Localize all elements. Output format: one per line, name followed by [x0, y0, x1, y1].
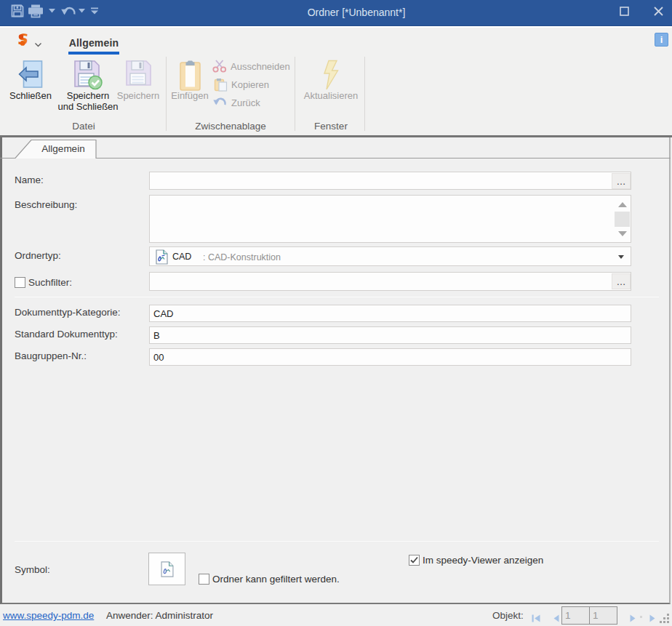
- baugruppen-nr-label: Baugruppen-Nr.:: [15, 350, 87, 361]
- user-label: Anwender: Administrator: [106, 610, 213, 621]
- scroll-up-icon[interactable]: [618, 202, 627, 207]
- ribbon-group-separator: [364, 57, 365, 131]
- close-button[interactable]: [646, 0, 671, 22]
- scrollbar-thumb[interactable]: [615, 212, 630, 227]
- quick-print-button[interactable]: [27, 1, 46, 20]
- window-title: Ordner [*Unbenannt*]: [102, 0, 611, 25]
- name-label: Name:: [15, 174, 44, 185]
- app-window: Ordner [*Unbenannt*] S: [0, 0, 672, 626]
- print-icon: [27, 4, 46, 18]
- customize-quick-access-button[interactable]: [90, 1, 99, 20]
- nav-prev-button[interactable]: [553, 612, 559, 625]
- standard-dokumenttyp-input[interactable]: [149, 326, 631, 344]
- ordnertyp-label: Ordnertyp:: [15, 250, 61, 261]
- ordnertyp-select[interactable]: CAD : CAD-Konstruktion: [149, 246, 631, 266]
- chevron-down-icon: [79, 9, 86, 13]
- ribbon-tab-allgemein[interactable]: Allgemein: [68, 33, 119, 52]
- ribbon-group-label-zwischenablage: Zwischenablage: [191, 121, 271, 132]
- chevron-down-icon: [49, 9, 56, 13]
- name-browse-button[interactable]: …: [612, 173, 631, 189]
- undo-dropdown-button[interactable]: [79, 1, 86, 20]
- beschreibung-textarea[interactable]: [149, 195, 631, 243]
- symbol-label: Symbol:: [15, 564, 50, 575]
- quick-undo-button[interactable]: [61, 1, 77, 20]
- status-bar: www.speedy-pdm.de Anwender: Administrato…: [0, 604, 672, 626]
- objekt-label: Objekt:: [492, 610, 524, 621]
- name-input[interactable]: [149, 172, 631, 190]
- close-window-icon: [18, 60, 43, 89]
- ribbon-group-separator: [295, 57, 295, 131]
- undo-icon: [61, 4, 77, 17]
- viewer-checkbox[interactable]: [409, 555, 420, 566]
- ribbon-button-kopieren[interactable]: Kopieren: [214, 78, 269, 91]
- copy-icon: [214, 78, 228, 92]
- chevron-down-icon: [35, 43, 41, 47]
- dokumenttyp-kategorie-input[interactable]: [149, 305, 631, 322]
- filterable-checkbox[interactable]: [199, 574, 209, 585]
- website-link[interactable]: www.speedy-pdm.de: [3, 610, 94, 621]
- record-current-box[interactable]: 1: [561, 606, 590, 625]
- paste-icon: [179, 60, 201, 92]
- speedy-logo-icon: S: [17, 33, 33, 47]
- suchfilter-browse-button[interactable]: …: [612, 273, 631, 289]
- nav-first-button[interactable]: [532, 612, 540, 625]
- ribbon-button-speichern-und-schliessen[interactable]: Speichern und Schließen: [57, 57, 119, 112]
- quick-save-button[interactable]: [10, 1, 25, 20]
- check-icon: [409, 555, 419, 565]
- ribbon-button-label: Kopieren: [231, 79, 269, 90]
- ribbon-button-ausschneiden[interactable]: Ausschneiden: [212, 60, 290, 73]
- cad-document-icon: [156, 249, 168, 265]
- tab-page-border: [0, 158, 671, 158]
- ribbon-button-label: Aktualisieren: [304, 90, 358, 101]
- ribbon: S Allgemein i Schließen: [0, 26, 672, 137]
- status-dot: [640, 616, 642, 618]
- standard-dokumenttyp-label: Standard Dokumenttyp:: [15, 329, 118, 340]
- tab-allgemein-label: Allgemein: [32, 143, 95, 158]
- separator: [15, 541, 659, 542]
- nav-last-button[interactable]: [649, 612, 656, 625]
- viewer-label: Im speedy-Viewer anzeigen: [423, 555, 543, 566]
- record-total-box[interactable]: 1: [589, 606, 617, 625]
- refresh-icon: [322, 60, 340, 91]
- previous-record-icon: [553, 614, 559, 622]
- filterable-label: Ordner kann gefiltert werden.: [212, 574, 340, 585]
- ribbon-button-label: Ausschneiden: [231, 61, 290, 72]
- close-icon: [654, 7, 663, 16]
- ordnertyp-value-text: : CAD-Konstruktion: [203, 252, 281, 262]
- combo-caret-icon[interactable]: [618, 255, 624, 259]
- ribbon-button-label: Speichern: [117, 90, 160, 101]
- print-dropdown-button[interactable]: [49, 1, 56, 20]
- app-menu-button[interactable]: S: [17, 33, 33, 49]
- ribbon-button-speichern[interactable]: Speichern: [116, 57, 160, 101]
- info-button[interactable]: i: [655, 33, 668, 47]
- separator: [15, 297, 659, 297]
- dokumenttyp-kategorie-label: Dokumenttyp-Kategorie:: [15, 307, 121, 318]
- ordnertyp-value-code: CAD: [172, 252, 191, 262]
- ribbon-button-zurueck[interactable]: Zurück: [213, 96, 260, 109]
- ribbon-button-schliessen[interactable]: Schließen: [6, 57, 55, 101]
- scroll-down-icon[interactable]: [618, 231, 627, 236]
- nav-next-button[interactable]: [630, 612, 636, 625]
- ribbon-button-label: Einfügen: [171, 90, 208, 101]
- ribbon-button-aktualisieren[interactable]: Aktualisieren: [300, 57, 362, 101]
- save-and-close-icon: [73, 60, 103, 90]
- customize-quick-access-icon: [90, 7, 99, 15]
- beschreibung-scrollbar[interactable]: [615, 196, 630, 241]
- suchfilter-checkbox[interactable]: [15, 277, 25, 288]
- suchfilter-input[interactable]: [149, 272, 631, 291]
- first-record-icon: [532, 614, 540, 622]
- app-menu-caret: [35, 37, 41, 50]
- maximize-button[interactable]: [612, 0, 636, 22]
- undo-icon: [213, 97, 228, 108]
- ribbon-group-label-datei: Datei: [45, 121, 122, 132]
- last-record-icon: [649, 614, 656, 622]
- maximize-icon: [620, 7, 629, 16]
- resize-grip-icon[interactable]: [658, 612, 671, 625]
- save-icon: [125, 60, 152, 87]
- ribbon-button-einfuegen[interactable]: Einfügen: [169, 57, 210, 101]
- ribbon-button-label: Zurück: [231, 97, 260, 108]
- baugruppen-nr-input[interactable]: [149, 348, 631, 366]
- title-bar: Ordner [*Unbenannt*]: [0, 0, 672, 26]
- ribbon-button-label: Speichern und Schließen: [57, 90, 118, 112]
- symbol-picker[interactable]: [148, 553, 185, 585]
